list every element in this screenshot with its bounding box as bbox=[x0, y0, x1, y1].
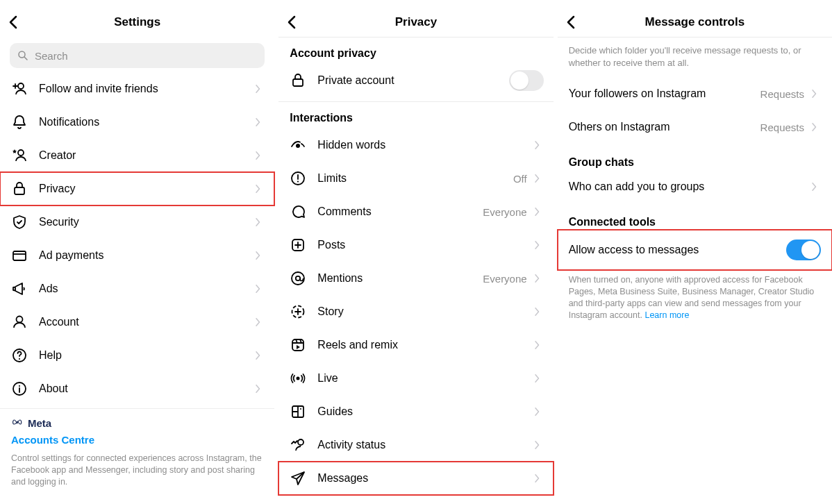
send-icon bbox=[288, 469, 308, 488]
row-label: Privacy bbox=[39, 183, 248, 195]
chevron-right-icon bbox=[531, 439, 544, 451]
chevron-left-icon bbox=[6, 14, 22, 31]
interaction-row-activity[interactable]: Activity status bbox=[278, 428, 553, 462]
chevron-right-icon bbox=[531, 239, 544, 251]
allow-access-row[interactable]: Allow access to messages bbox=[558, 230, 832, 270]
alert-circle-icon bbox=[288, 169, 308, 188]
search-placeholder: Search bbox=[35, 50, 258, 62]
groups-row[interactable]: Who can add you to groups bbox=[558, 170, 832, 203]
chevron-right-icon bbox=[531, 272, 544, 285]
row-value: Everyone bbox=[483, 273, 526, 285]
page-title: Message controls bbox=[558, 15, 832, 29]
add-user-icon bbox=[10, 79, 29, 99]
activity-icon bbox=[288, 435, 308, 455]
others-value: Requests bbox=[760, 121, 804, 133]
interaction-row-story-circle[interactable]: Story bbox=[278, 295, 553, 328]
row-label: Creator bbox=[39, 149, 248, 162]
hint-text-content: When turned on, anyone with approved acc… bbox=[569, 275, 815, 320]
section-connected-tools: Connected tools bbox=[558, 203, 832, 230]
chevron-right-icon bbox=[252, 83, 265, 95]
row-label: Hidden words bbox=[317, 139, 526, 151]
private-account-toggle[interactable] bbox=[509, 70, 544, 91]
row-label: Notifications bbox=[39, 116, 248, 128]
comment-icon bbox=[288, 202, 308, 221]
bell-icon bbox=[10, 112, 29, 132]
section-account-privacy: Account privacy bbox=[278, 37, 553, 64]
settings-panel: Settings Search Follow and invite friend… bbox=[0, 0, 274, 504]
interaction-row-eye-hidden[interactable]: Hidden words bbox=[278, 128, 553, 162]
meta-brand-text: Meta bbox=[28, 417, 51, 429]
settings-row-user[interactable]: Account bbox=[0, 305, 274, 339]
chevron-right-icon bbox=[252, 149, 265, 162]
lock-icon bbox=[10, 179, 29, 199]
row-label: Security bbox=[39, 216, 248, 228]
chevron-right-icon bbox=[531, 405, 544, 418]
row-label: Activity status bbox=[317, 439, 526, 451]
row-value: Off bbox=[513, 173, 527, 185]
interaction-row-live[interactable]: Live bbox=[278, 362, 553, 395]
live-icon bbox=[288, 369, 308, 388]
chevron-right-icon bbox=[531, 205, 544, 218]
followers-label: Your followers on Instagram bbox=[569, 87, 755, 100]
followers-row[interactable]: Your followers on Instagram Requests bbox=[558, 77, 832, 110]
settings-row-add-user[interactable]: Follow and invite friends bbox=[0, 72, 274, 106]
message-controls-header: Message controls bbox=[558, 7, 832, 37]
interaction-row-guides[interactable]: Guides bbox=[278, 395, 553, 428]
allow-access-toggle[interactable] bbox=[786, 240, 821, 260]
page-description: Decide which folder you'll receive messa… bbox=[558, 37, 832, 77]
chevron-right-icon bbox=[808, 121, 821, 133]
interactions-list: Hidden wordsLimitsOffCommentsEveryonePos… bbox=[278, 128, 553, 495]
chevron-left-icon bbox=[563, 14, 580, 31]
back-button[interactable] bbox=[558, 8, 585, 36]
private-account-label: Private account bbox=[317, 74, 508, 87]
accounts-centre-link[interactable]: Accounts Centre bbox=[11, 434, 263, 446]
reels-icon bbox=[288, 335, 308, 355]
chevron-right-icon bbox=[252, 183, 265, 195]
settings-row-bell[interactable]: Notifications bbox=[0, 106, 274, 139]
back-button[interactable] bbox=[0, 8, 28, 36]
back-button[interactable] bbox=[278, 8, 306, 36]
followers-value: Requests bbox=[760, 88, 804, 100]
settings-row-card[interactable]: Ad payments bbox=[0, 239, 274, 272]
others-label: Others on Instagram bbox=[569, 121, 755, 133]
row-label: Account bbox=[39, 316, 248, 328]
guides-icon bbox=[288, 402, 308, 421]
settings-row-megaphone[interactable]: Ads bbox=[0, 272, 274, 305]
chevron-right-icon bbox=[252, 249, 265, 262]
row-label: Guides bbox=[317, 405, 526, 418]
settings-row-lock[interactable]: Privacy bbox=[0, 172, 274, 205]
private-account-row[interactable]: Private account bbox=[278, 64, 553, 97]
settings-list: Follow and invite friendsNotificationsCr… bbox=[0, 72, 274, 405]
help-icon bbox=[10, 346, 29, 365]
row-label: Comments bbox=[317, 205, 477, 218]
settings-row-help[interactable]: Help bbox=[0, 339, 274, 372]
row-label: Limits bbox=[317, 172, 508, 185]
settings-row-shield[interactable]: Security bbox=[0, 205, 274, 239]
settings-row-star-user[interactable]: Creator bbox=[0, 139, 274, 172]
allow-access-label: Allow access to messages bbox=[569, 244, 786, 256]
interaction-row-send[interactable]: Messages bbox=[278, 462, 553, 495]
chevron-right-icon bbox=[252, 383, 265, 395]
search-input[interactable]: Search bbox=[10, 43, 265, 68]
meta-icon bbox=[11, 416, 25, 430]
info-icon bbox=[10, 379, 29, 398]
chevron-right-icon bbox=[531, 472, 544, 485]
megaphone-icon bbox=[10, 279, 29, 299]
interaction-row-comment[interactable]: CommentsEveryone bbox=[278, 195, 553, 228]
meta-logo: Meta bbox=[11, 416, 263, 430]
row-value: Everyone bbox=[483, 206, 526, 218]
settings-header: Settings bbox=[0, 7, 274, 37]
eye-hidden-icon bbox=[288, 135, 308, 155]
row-label: Story bbox=[317, 305, 526, 318]
learn-more-link[interactable]: Learn more bbox=[644, 310, 689, 320]
shield-icon bbox=[10, 212, 29, 232]
section-interactions: Interactions bbox=[278, 102, 553, 128]
story-circle-icon bbox=[288, 302, 308, 321]
user-icon bbox=[10, 312, 29, 332]
others-row[interactable]: Others on Instagram Requests bbox=[558, 110, 832, 144]
interaction-row-at[interactable]: MentionsEveryone bbox=[278, 262, 553, 295]
interaction-row-alert-circle[interactable]: LimitsOff bbox=[278, 162, 553, 195]
settings-row-info[interactable]: About bbox=[0, 372, 274, 405]
interaction-row-reels[interactable]: Reels and remix bbox=[278, 328, 553, 362]
interaction-row-plus-square[interactable]: Posts bbox=[278, 228, 553, 262]
